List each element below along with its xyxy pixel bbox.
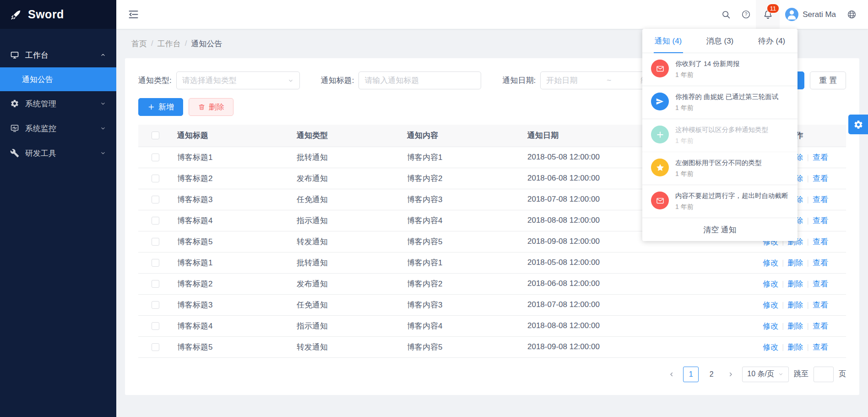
row-checkbox[interactable] — [152, 322, 159, 330]
notification-item[interactable]: 左侧图标用于区分不同的类型 1 年前 — [642, 152, 797, 185]
view-link[interactable]: 查看 — [813, 237, 828, 246]
trash-icon — [198, 103, 206, 111]
sidebar-item-notice-board[interactable]: 通知公告 — [0, 67, 116, 91]
page-number-1[interactable]: 1 — [683, 367, 699, 382]
sidebar-item-system-admin[interactable]: 系统管理 — [0, 91, 116, 116]
breadcrumb-home[interactable]: 首页 — [131, 38, 147, 49]
breadcrumb-workbench[interactable]: 工作台 — [157, 38, 181, 49]
user-menu[interactable]: Serati Ma — [780, 0, 841, 29]
edit-link[interactable]: 修改 — [763, 343, 778, 351]
row-checkbox[interactable] — [152, 259, 159, 267]
notification-item[interactable]: 你收到了 14 份新周报 1 年前 — [642, 53, 797, 86]
edit-link[interactable]: 修改 — [763, 301, 778, 309]
desktop-icon — [10, 50, 19, 60]
chevron-down-icon — [100, 150, 106, 156]
delete-link[interactable]: 删除 — [788, 301, 803, 309]
view-link[interactable]: 查看 — [813, 322, 828, 330]
row-checkbox[interactable] — [152, 280, 159, 288]
search-icon[interactable] — [716, 0, 736, 29]
app-root: Sword 工作台 通知公告 系统管理 — [0, 0, 868, 417]
clear-notifications-button[interactable]: 清空 通知 — [642, 218, 797, 241]
cell-notice-type: 发布通知 — [297, 168, 407, 189]
theme-settings-button[interactable] — [848, 115, 868, 134]
delete-button[interactable]: 删除 — [189, 98, 233, 116]
cell-notice-title: 博客标题2 — [177, 273, 297, 294]
chevron-up-icon — [100, 52, 106, 58]
header-right: ? 11 Serati Ma — [716, 0, 862, 29]
notification-item[interactable]: 你推荐的 曲妮妮 已通过第三轮面试 1 年前 — [642, 86, 797, 119]
cell-notice-content: 博客内容4 — [407, 315, 527, 336]
row-checkbox[interactable] — [152, 301, 159, 309]
page-number-2[interactable]: 2 — [704, 367, 719, 382]
select-all-cell — [138, 125, 177, 147]
user-name: Serati Ma — [803, 10, 836, 19]
notification-title: 你推荐的 曲妮妮 已通过第三轮面试 — [675, 93, 779, 101]
notification-time: 1 年前 — [675, 137, 768, 145]
view-link[interactable]: 查看 — [813, 174, 828, 183]
view-link[interactable]: 查看 — [813, 216, 828, 225]
action-separator: | — [807, 258, 809, 267]
reset-button[interactable]: 重 置 — [810, 71, 846, 89]
view-link[interactable]: 查看 — [813, 301, 828, 309]
edit-link[interactable]: 修改 — [763, 258, 778, 267]
chevron-down-icon — [288, 77, 294, 84]
prev-page-icon[interactable] — [665, 367, 678, 382]
edit-link[interactable]: 修改 — [763, 280, 778, 288]
action-separator: | — [807, 153, 809, 162]
cell-notice-date: 2018-07-08 12:00:00 — [527, 294, 745, 315]
tab-messages[interactable]: 消息 (3) — [694, 29, 746, 53]
app-title: Sword — [28, 8, 64, 21]
page-unit-label: 页 — [839, 369, 846, 379]
page-size-select[interactable]: 10 条/页 — [742, 367, 789, 382]
row-checkbox[interactable] — [152, 343, 159, 351]
delete-link[interactable]: 删除 — [788, 322, 803, 330]
row-actions-cell: 修改|删除|查看 — [745, 294, 846, 315]
view-link[interactable]: 查看 — [813, 153, 828, 162]
view-link[interactable]: 查看 — [813, 258, 828, 267]
delete-link[interactable]: 删除 — [788, 280, 803, 288]
notification-item[interactable]: 内容不要超过两行字，超出时自动截断 1 年前 — [642, 185, 797, 218]
view-link[interactable]: 查看 — [813, 195, 828, 204]
cell-notice-title: 博客标题5 — [177, 231, 297, 252]
row-actions-cell: 修改|删除|查看 — [745, 336, 846, 357]
notifications-bell[interactable]: 11 — [756, 0, 780, 29]
row-checkbox[interactable] — [152, 154, 159, 161]
view-link[interactable]: 查看 — [813, 280, 828, 288]
language-globe-icon[interactable] — [841, 0, 862, 29]
row-checkbox[interactable] — [152, 196, 159, 203]
delete-link[interactable]: 删除 — [788, 343, 803, 351]
next-page-icon[interactable] — [724, 367, 737, 382]
row-checkbox-cell — [138, 252, 177, 273]
row-checkbox[interactable] — [152, 217, 159, 225]
action-separator: | — [807, 280, 809, 288]
mail-icon — [651, 60, 669, 77]
sidebar-item-workbench[interactable]: 工作台 — [0, 43, 116, 67]
sidebar-subitem-label: 通知公告 — [22, 74, 53, 85]
cell-notice-date: 2018-09-08 12:00:00 — [527, 336, 745, 357]
select-all-checkbox[interactable] — [152, 132, 159, 139]
edit-link[interactable]: 修改 — [763, 322, 778, 330]
tab-todos[interactable]: 待办 (4) — [746, 29, 797, 53]
page-jump-input[interactable] — [814, 367, 834, 382]
logo[interactable]: Sword — [0, 0, 116, 29]
cell-notice-content: 博客内容2 — [407, 273, 527, 294]
sidebar-item-dev-tools[interactable]: 研发工具 — [0, 141, 116, 165]
notification-item[interactable]: 这种模板可以区分多种通知类型 1 年前 — [642, 119, 797, 152]
notice-type-select[interactable]: 请选择通知类型 — [176, 71, 300, 89]
view-link[interactable]: 查看 — [813, 343, 828, 351]
add-button[interactable]: 新增 — [138, 98, 183, 116]
action-separator: | — [807, 343, 809, 351]
row-checkbox[interactable] — [152, 238, 159, 246]
add-button-label: 新增 — [158, 102, 174, 112]
delete-link[interactable]: 删除 — [788, 258, 803, 267]
help-icon[interactable]: ? — [736, 0, 756, 29]
tab-notifications[interactable]: 通知 (4) — [642, 29, 694, 53]
cell-notice-type: 指示通知 — [297, 210, 407, 231]
delete-button-label: 删除 — [209, 102, 224, 112]
sidebar-collapse-icon[interactable] — [127, 8, 140, 21]
notice-title-input[interactable] — [358, 71, 481, 89]
gear-icon — [10, 99, 19, 108]
breadcrumb-separator: / — [185, 39, 187, 48]
row-checkbox[interactable] — [152, 175, 159, 182]
sidebar-item-system-monitor[interactable]: 系统监控 — [0, 116, 116, 141]
